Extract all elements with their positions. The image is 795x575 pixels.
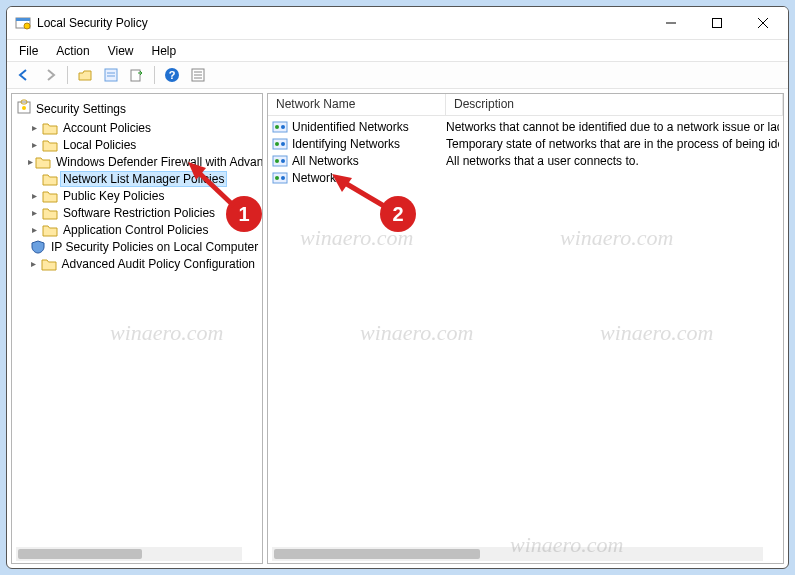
tree-item-label: Account Policies — [60, 120, 154, 136]
list-row[interactable]: All NetworksAll networks that a user con… — [272, 152, 779, 169]
properties-icon — [103, 67, 119, 83]
network-icon — [272, 120, 288, 134]
svg-text:?: ? — [169, 69, 176, 81]
expand-icon[interactable]: ▸ — [28, 139, 40, 150]
svg-point-30 — [275, 176, 279, 180]
menu-file[interactable]: File — [11, 42, 46, 60]
tree-view[interactable]: Security Settings ▸Account Policies▸Loca… — [12, 94, 262, 563]
forward-button[interactable] — [39, 64, 61, 86]
toolbar-separator — [154, 66, 155, 84]
close-icon — [758, 18, 768, 28]
list-scrollbar-horizontal[interactable] — [272, 547, 763, 561]
properties-button[interactable] — [100, 64, 122, 86]
maximize-icon — [712, 18, 722, 28]
menubar: File Action View Help — [7, 39, 788, 61]
expand-icon[interactable]: ▸ — [28, 258, 39, 269]
tree-item[interactable]: ▸Software Restriction Policies — [14, 204, 260, 221]
list-row[interactable]: Unidentified NetworksNetworks that canno… — [272, 118, 779, 135]
expand-icon[interactable]: ▸ — [28, 122, 40, 133]
tree-item-label: Windows Defender Firewall with Advanced … — [53, 154, 262, 170]
tree-root-label: Security Settings — [36, 102, 126, 116]
tree-item-label: Application Control Policies — [60, 222, 211, 238]
list-row-name: All Networks — [292, 154, 359, 168]
tree-item[interactable]: ▸Advanced Audit Policy Configuration — [14, 255, 260, 272]
tree-item[interactable]: ▸Application Control Policies — [14, 221, 260, 238]
minimize-icon — [666, 18, 676, 28]
list-body[interactable]: Unidentified NetworksNetworks that canno… — [268, 116, 783, 563]
menu-action[interactable]: Action — [48, 42, 97, 60]
list-row-description: All networks that a user connects to. — [446, 154, 779, 168]
minimize-button[interactable] — [648, 8, 694, 38]
list-row[interactable]: Network — [272, 169, 779, 186]
toolbar-separator — [67, 66, 68, 84]
folder-icon — [42, 138, 58, 152]
window-controls — [648, 8, 786, 38]
menu-help[interactable]: Help — [144, 42, 185, 60]
tree-item[interactable]: ▸Account Policies — [14, 119, 260, 136]
network-icon — [272, 171, 288, 185]
arrow-left-icon — [16, 67, 32, 83]
close-button[interactable] — [740, 8, 786, 38]
list-row-description: Temporary state of networks that are in … — [446, 137, 779, 151]
scrollbar-thumb[interactable] — [274, 549, 480, 559]
refresh-button[interactable] — [187, 64, 209, 86]
svg-rect-1 — [16, 18, 30, 21]
tree-item[interactable]: IP Security Policies on Local Computer — [14, 238, 260, 255]
folder-icon — [42, 206, 58, 220]
titlebar[interactable]: Local Security Policy — [7, 7, 788, 39]
svg-point-31 — [281, 176, 285, 180]
svg-rect-4 — [713, 19, 722, 28]
help-button[interactable]: ? — [161, 64, 183, 86]
menu-view[interactable]: View — [100, 42, 142, 60]
security-icon — [16, 99, 32, 118]
tree-scrollbar-horizontal[interactable] — [16, 547, 242, 561]
tree-item-label: Network List Manager Policies — [60, 171, 227, 187]
svg-point-28 — [281, 159, 285, 163]
expand-icon[interactable]: ▸ — [28, 224, 40, 235]
list-row-name: Unidentified Networks — [292, 120, 409, 134]
back-button[interactable] — [13, 64, 35, 86]
app-icon — [15, 15, 31, 31]
tree-item[interactable]: ▸Public Key Policies — [14, 187, 260, 204]
tree-item[interactable]: ▸Local Policies — [14, 136, 260, 153]
tree-item[interactable]: ▸Windows Defender Firewall with Advanced… — [14, 153, 260, 170]
tree-item-label: IP Security Policies on Local Computer — [48, 239, 261, 255]
svg-point-24 — [275, 142, 279, 146]
maximize-button[interactable] — [694, 8, 740, 38]
export-button[interactable] — [126, 64, 148, 86]
list-row-name: Identifying Networks — [292, 137, 400, 151]
network-icon — [272, 137, 288, 151]
svg-point-22 — [281, 125, 285, 129]
tree-item[interactable]: Network List Manager Policies — [14, 170, 260, 187]
svg-point-27 — [275, 159, 279, 163]
svg-point-21 — [275, 125, 279, 129]
list-row-name: Network — [292, 171, 336, 185]
expand-icon[interactable]: ▸ — [28, 156, 33, 167]
expand-icon[interactable]: ▸ — [28, 190, 40, 201]
folder-icon — [42, 121, 58, 135]
help-icon: ? — [164, 67, 180, 83]
folder-icon — [35, 155, 51, 169]
list-icon — [190, 67, 206, 83]
app-window: Local Security Policy File Action View H… — [6, 6, 789, 569]
up-button[interactable] — [74, 64, 96, 86]
list-row[interactable]: Identifying NetworksTemporary state of n… — [272, 135, 779, 152]
svg-point-25 — [281, 142, 285, 146]
column-header-name[interactable]: Network Name — [268, 94, 446, 115]
folder-up-icon — [77, 67, 93, 83]
list-pane: Network Name Description Unidentified Ne… — [267, 93, 784, 564]
shield-icon — [30, 240, 46, 254]
scrollbar-thumb[interactable] — [18, 549, 142, 559]
svg-rect-10 — [131, 70, 140, 81]
export-icon — [129, 67, 145, 83]
tree-item-label: Local Policies — [60, 137, 139, 153]
column-header-description[interactable]: Description — [446, 94, 783, 115]
svg-point-2 — [24, 23, 30, 29]
toolbar: ? — [7, 61, 788, 89]
folder-icon — [42, 223, 58, 237]
folder-icon — [42, 172, 58, 186]
network-icon — [272, 154, 288, 168]
expand-icon[interactable]: ▸ — [28, 207, 40, 218]
folder-icon — [41, 257, 57, 271]
tree-root[interactable]: Security Settings — [14, 98, 260, 119]
